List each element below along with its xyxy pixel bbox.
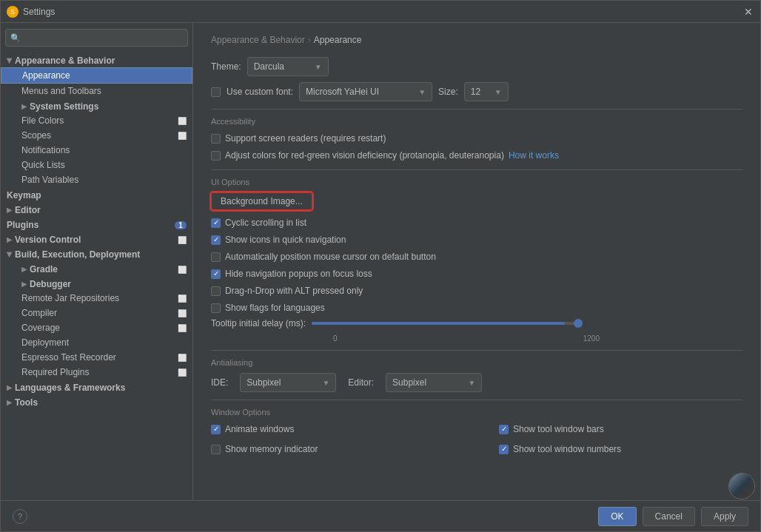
how-it-works-link[interactable]: How it works [509,150,559,161]
sidebar-item-system-settings[interactable]: ▶ System Settings [1,98,192,113]
show-memory-label: Show memory indicator [225,444,318,454]
close-button[interactable]: ✕ [742,6,754,18]
sidebar-item-label: Languages & Frameworks [15,383,125,393]
avatar[interactable] [728,473,755,499]
sidebar-item-editor[interactable]: ▶ Editor [1,202,192,217]
show-tool-bars-label: Show tool window bars [513,424,604,434]
sidebar-item-remote-jar[interactable]: Remote Jar Repositories ⬜ [1,291,192,306]
sidebar-item-appearance-behavior[interactable]: ▶ Appearance & Behavior [1,53,192,67]
ide-label: IDE: [211,377,228,388]
bottom-bar: ? OK Cancel Apply [1,500,760,531]
editor-value: Subpixel [392,377,426,388]
sidebar: 🔍 ▶ Appearance & Behavior Appearance Men… [1,23,193,500]
sidebar-item-label: Coverage [21,323,60,333]
cancel-button[interactable]: Cancel [643,507,695,526]
font-value: Microsoft YaHei UI [306,87,379,97]
sidebar-item-label: Tools [15,397,38,408]
theme-dropdown[interactable]: Darcula ▼ [247,57,329,76]
sidebar-item-espresso[interactable]: Espresso Test Recorder ⬜ [1,350,192,365]
slider-thumb[interactable] [574,319,583,328]
sidebar-item-build-execution[interactable]: ▶ Build, Execution, Deployment [1,246,192,261]
sidebar-item-label: Compiler [21,308,57,318]
expand-icon: ▶ [6,58,13,64]
sidebar-item-scopes[interactable]: Scopes ⬜ [1,128,192,143]
sidebar-item-label: Notifications [21,145,70,155]
sidebar-item-quick-lists[interactable]: Quick Lists [1,158,192,172]
sidebar-item-label: Version Control [15,235,81,245]
sidebar-item-label: File Colors [21,115,64,126]
background-image-button[interactable]: Background Image... [211,192,312,210]
divider-4 [211,400,742,400]
hide-nav-row: Hide navigation popups on focus loss [211,267,742,280]
tooltip-row: Tooltip initial delay (ms): [211,318,742,329]
theme-value: Darcula [254,61,284,72]
adjust-colors-row: Adjust colors for red-green vision defic… [211,149,742,162]
ide-dropdown[interactable]: Subpixel ▼ [240,373,336,392]
show-flags-row: Show flags for languages [211,301,742,314]
search-box[interactable]: 🔍 [5,29,188,47]
hide-nav-label: Hide navigation popups on focus loss [225,269,372,279]
font-row: Use custom font: Microsoft YaHei UI ▼ Si… [211,82,742,101]
dropdown-arrow-icon: ▼ [322,379,329,387]
sidebar-item-deployment[interactable]: Deployment [1,335,192,350]
hide-nav-checkbox[interactable] [211,269,221,279]
auto-position-checkbox[interactable] [211,252,221,262]
tooltip-slider[interactable] [312,322,578,325]
window-options-title: Window Options [211,408,742,417]
show-tool-numbers-checkbox[interactable] [499,445,509,454]
sidebar-item-appearance[interactable]: Appearance [1,67,192,84]
help-button[interactable]: ? [13,509,27,524]
sidebar-item-version-control[interactable]: ▶ Version Control ⬜ [1,232,192,246]
font-dropdown[interactable]: Microsoft YaHei UI ▼ [299,82,432,101]
sidebar-item-label: Menus and Toolbars [21,86,101,96]
animate-windows-checkbox[interactable] [211,425,221,434]
apply-button[interactable]: Apply [701,507,748,526]
animate-windows-row: Animate windows [211,422,455,436]
slider-fill [312,322,565,325]
adjust-colors-label: Adjust colors for red-green vision defic… [225,150,504,161]
slider-labels: 0 1200 [333,334,600,343]
drag-drop-checkbox[interactable] [211,286,221,296]
sidebar-item-label: System Settings [30,101,98,112]
adjust-colors-checkbox[interactable] [211,151,221,161]
cyclic-scroll-row: Cyclic scrolling in list [211,216,742,229]
sidebar-item-menus-toolbars[interactable]: Menus and Toolbars [1,84,192,98]
dropdown-arrow-icon: ▼ [315,63,322,71]
editor-dropdown[interactable]: Subpixel ▼ [386,373,482,392]
show-memory-checkbox[interactable] [211,445,221,454]
animate-windows-label: Animate windows [225,424,294,434]
titlebar-left: S Settings [7,6,55,18]
sidebar-group-label: Appearance & Behavior [15,55,115,66]
sidebar-item-file-colors[interactable]: File Colors ⬜ [1,113,192,128]
titlebar: S Settings ✕ [1,1,760,23]
custom-font-checkbox[interactable] [211,87,221,97]
sidebar-item-label: Path Variables [21,175,78,185]
sidebar-item-compiler[interactable]: Compiler ⬜ [1,306,192,320]
sidebar-item-coverage[interactable]: Coverage ⬜ [1,320,192,335]
sidebar-item-gradle[interactable]: ▶ Gradle ⬜ [1,261,192,276]
sidebar-item-label: Build, Execution, Deployment [15,249,140,260]
sidebar-item-tools[interactable]: ▶ Tools [1,394,192,409]
show-tool-bars-checkbox[interactable] [499,425,509,434]
expand-icon: ▶ [21,266,27,273]
right-content: Appearance & Behavior › Appearance Theme… [193,23,760,500]
size-input[interactable]: 12 ▼ [464,82,509,101]
cyclic-scroll-checkbox[interactable] [211,218,221,228]
show-icons-checkbox[interactable] [211,235,221,245]
plugins-badge: 1 [175,221,187,229]
sidebar-item-path-variables[interactable]: Path Variables [1,172,192,187]
main-content: 🔍 ▶ Appearance & Behavior Appearance Men… [1,23,760,500]
show-flags-checkbox[interactable] [211,303,221,313]
sidebar-item-debugger[interactable]: ▶ Debugger [1,276,192,291]
sidebar-item-plugins[interactable]: Plugins 1 [1,217,192,232]
sidebar-item-required-plugins[interactable]: Required Plugins ⬜ [1,365,192,380]
search-input[interactable] [24,33,183,43]
sidebar-item-notifications[interactable]: Notifications [1,143,192,158]
sidebar-item-label: Quick Lists [21,160,65,170]
support-readers-checkbox[interactable] [211,134,221,144]
dropdown-arrow-icon: ▼ [418,88,426,96]
sidebar-item-languages-frameworks[interactable]: ▶ Languages & Frameworks [1,380,192,394]
ok-button[interactable]: OK [598,507,636,526]
divider-2 [211,169,742,170]
sidebar-item-keymap[interactable]: Keymap [1,187,192,202]
